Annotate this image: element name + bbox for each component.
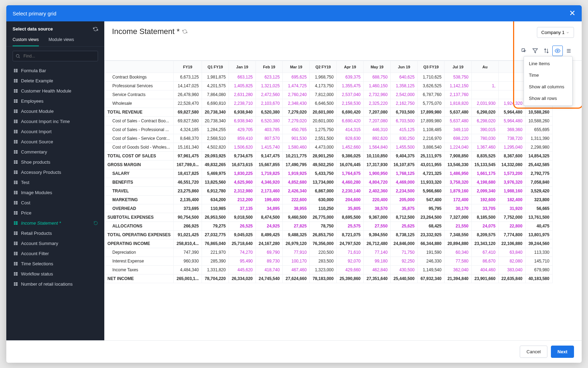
cell[interactable]: 23,343,120 — [471, 239, 498, 248]
cell[interactable]: 6,690,810 — [202, 99, 229, 108]
view-menu-time[interactable]: Time — [524, 69, 572, 81]
cell[interactable]: 5,469,975 — [202, 169, 229, 178]
cell[interactable]: 15,161,340 — [174, 143, 202, 152]
cell[interactable]: 283,500 — [310, 257, 337, 266]
cell[interactable] — [498, 73, 525, 82]
cell[interactable]: 38,570 — [364, 204, 391, 213]
cell[interactable]: 3,626,525 — [418, 82, 444, 90]
cell[interactable]: 415,125 — [391, 125, 418, 134]
cell[interactable]: 79,275 — [202, 222, 229, 231]
cell[interactable]: 67,932,340 — [418, 274, 444, 283]
cell[interactable]: 2,426,340 — [283, 187, 310, 196]
cell[interactable]: 60,340 — [444, 248, 471, 257]
cell[interactable]: 2,162,750 — [391, 99, 418, 108]
cell[interactable]: 8,367,600 — [498, 152, 525, 161]
cell[interactable]: 27,624,660 — [283, 274, 310, 283]
sync-icon[interactable] — [182, 29, 187, 34]
cell[interactable] — [498, 82, 525, 90]
cell[interactable]: 547,400 — [418, 196, 444, 204]
cell[interactable]: 9,404,375 — [391, 152, 418, 161]
row-label[interactable]: SALARY — [105, 169, 174, 178]
cell[interactable]: 37,135 — [229, 204, 255, 213]
row-label[interactable]: BENEFITS — [105, 178, 174, 187]
cell[interactable]: 6,703,500 — [391, 108, 418, 117]
cell[interactable]: 7,348,550 — [444, 231, 471, 239]
cell[interactable]: 1,580,460 — [283, 143, 310, 152]
cell[interactable]: 22,635,840 — [498, 274, 525, 283]
cell[interactable]: 31,920 — [498, 204, 525, 213]
cell[interactable]: 445,620 — [229, 266, 255, 274]
row-label[interactable]: ALLOCATIONS — [105, 222, 174, 231]
cell[interactable]: 446,310 — [364, 125, 391, 134]
cell[interactable]: 92,250 — [391, 257, 418, 266]
sidebar-item[interactable]: Image Modules — [6, 188, 104, 198]
cell[interactable]: 14,854,325 — [525, 152, 552, 161]
cell[interactable]: 27,351,640 — [364, 274, 391, 283]
cell[interactable]: 30,170 — [444, 204, 471, 213]
cell[interactable]: 68,425 — [418, 222, 444, 231]
cell[interactable]: 2,325,220 — [364, 99, 391, 108]
sidebar-item[interactable]: Time Selections — [6, 259, 104, 269]
cell[interactable]: 69,827,580 — [174, 117, 202, 125]
column-header[interactable]: Jan 19 — [229, 61, 255, 73]
cell[interactable]: 15,667,855 — [256, 161, 283, 169]
sidebar-item[interactable]: Account Module — [6, 106, 104, 116]
cell[interactable]: 71,610 — [337, 248, 364, 257]
cell[interactable]: 6,938,940 — [229, 117, 255, 125]
cell[interactable]: 13,546,330 — [444, 161, 471, 169]
row-label[interactable]: TRAVEL — [105, 187, 174, 196]
cell[interactable]: 9,394,550 — [364, 231, 391, 239]
cell[interactable]: 77,910 — [283, 248, 310, 257]
column-header[interactable]: May 19 — [364, 61, 391, 73]
cell[interactable]: 220,400 — [364, 196, 391, 204]
cell[interactable]: 34,895 — [256, 204, 283, 213]
cell[interactable]: 24,925 — [256, 222, 283, 231]
cell[interactable]: 1,710,625 — [418, 73, 444, 82]
cell[interactable]: 1,323,000 — [310, 266, 337, 274]
column-header[interactable]: Jul 19 — [444, 61, 471, 73]
cell[interactable]: 5,637,480 — [444, 108, 471, 117]
cell[interactable]: 1, — [471, 82, 498, 90]
cell[interactable]: 695,625 — [283, 73, 310, 82]
cell[interactable]: 6,867,000 — [310, 187, 337, 196]
cell[interactable]: 99,180 — [364, 257, 391, 266]
cell[interactable]: 8,474,500 — [256, 213, 283, 222]
cell[interactable]: 1,900,950 — [364, 169, 391, 178]
cell[interactable]: 1,768,125 — [391, 169, 418, 178]
view-menu-line-items[interactable]: Line Items — [524, 58, 572, 69]
cell[interactable]: 258,810,4... — [174, 239, 202, 248]
cell[interactable]: 67,410 — [471, 248, 498, 257]
cell[interactable]: 13,801,975 — [525, 231, 552, 239]
cell[interactable]: 27,032,775 — [202, 231, 229, 239]
cell[interactable]: 2,099,340 — [471, 187, 498, 196]
cell[interactable]: 27,550 — [364, 222, 391, 231]
cell[interactable]: 265,003,1... — [174, 274, 202, 283]
cell[interactable]: 807,570 — [256, 134, 283, 143]
cell[interactable]: 4,198,680 — [471, 178, 498, 187]
column-header[interactable]: Au — [471, 61, 498, 73]
cell[interactable]: 2,238,710 — [229, 99, 255, 108]
cell[interactable]: 3,976,320 — [498, 178, 525, 187]
cell[interactable]: 1,981,875 — [202, 73, 229, 82]
cell[interactable]: 2,472,560 — [256, 90, 283, 99]
cell[interactable]: 2,135,400 — [174, 196, 202, 204]
cell[interactable]: 16,673,615 — [229, 161, 255, 169]
cell[interactable]: 738,720 — [498, 134, 525, 143]
cell[interactable]: 5,964,480 — [498, 108, 525, 117]
row-label[interactable]: TOTAL OPERATING EXPENSES — [105, 231, 174, 239]
cell[interactable]: 25,111,975 — [418, 152, 444, 161]
cell[interactable]: 698,220 — [444, 134, 471, 143]
cell[interactable]: 69,790 — [256, 248, 283, 257]
cell[interactable]: 9,488,325 — [283, 231, 310, 239]
cell[interactable]: 2,792,775 — [525, 169, 552, 178]
cell[interactable]: 20,601,000 — [310, 108, 337, 117]
cell[interactable]: 2,103,670 — [256, 99, 283, 108]
sidebar-item[interactable]: Income Statement * — [6, 218, 104, 228]
column-header[interactable]: Jun 19 — [391, 61, 418, 73]
cell[interactable]: 960,930 — [174, 257, 202, 266]
cell[interactable]: 21,394,840 — [444, 274, 471, 283]
view-menu-show-all-columns[interactable]: Show all columns — [524, 81, 572, 93]
view-menu-show-all-rows[interactable]: Show all rows — [524, 93, 572, 104]
column-header[interactable]: Q3 FY19 — [418, 61, 444, 73]
revert-icon[interactable] — [93, 221, 98, 225]
